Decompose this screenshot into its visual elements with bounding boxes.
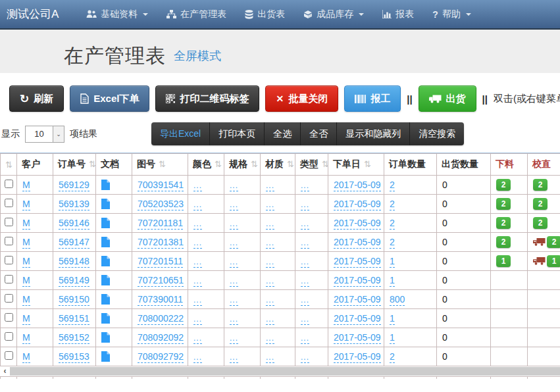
process-xialiao-cell[interactable]: 2 <box>491 195 528 214</box>
material-edit-link[interactable]: ... <box>266 200 274 210</box>
process-count-badge[interactable]: 2 <box>496 179 511 191</box>
type-edit-link[interactable]: ... <box>301 333 309 344</box>
order-qty-link[interactable]: 2 <box>390 199 395 210</box>
drawing-no-link[interactable]: 705203523 <box>138 199 184 210</box>
process-xialiao-cell[interactable]: 2 <box>491 176 528 195</box>
drawing-no-link[interactable]: 707201511 <box>138 256 183 268</box>
spec-edit-link[interactable]: ... <box>230 200 238 210</box>
nav-item-in-production[interactable]: 在产管理表 <box>157 9 236 20</box>
drawing-no-link[interactable]: 707390011 <box>138 294 183 306</box>
material-edit-link[interactable]: ... <box>266 181 274 191</box>
row-checkbox[interactable] <box>5 332 13 341</box>
spec-edit-link[interactable]: ... <box>230 295 238 306</box>
process-xialiao-cell[interactable] <box>491 309 528 328</box>
color-edit-link[interactable]: ... <box>193 200 202 210</box>
order-qty-link[interactable]: 800 <box>390 294 405 306</box>
drawing-no-link[interactable]: 708092792 <box>138 351 184 363</box>
order-date-link[interactable]: 2017-05-09 <box>334 332 381 344</box>
refresh-button[interactable]: ↻ 刷新 <box>9 86 64 112</box>
spec-edit-link[interactable]: ... <box>230 276 238 287</box>
drawing-no-link[interactable]: 700391541 <box>138 180 184 191</box>
print-page-button[interactable]: 打印本页 <box>210 122 265 145</box>
brand-company-name[interactable]: 测试公司A <box>7 7 59 22</box>
column-header-type[interactable]: 类型⇅ <box>295 154 328 176</box>
color-edit-link[interactable]: ... <box>193 257 202 268</box>
color-edit-link[interactable]: ... <box>193 314 202 325</box>
spec-edit-link[interactable]: ... <box>230 257 238 268</box>
process-count-badge[interactable]: 2 <box>496 236 511 248</box>
column-header-select[interactable]: ⇅ <box>1 154 17 176</box>
order-date-link[interactable]: 2017-05-09 <box>334 180 381 191</box>
drawing-no-link[interactable]: 708000222 <box>138 313 184 325</box>
process-jiaozhi-cell[interactable] <box>528 309 560 328</box>
order-no-link[interactable]: 569149 <box>59 275 89 287</box>
report-work-button[interactable]: 报工 <box>344 86 401 112</box>
order-qty-link[interactable]: 1 <box>390 332 395 344</box>
type-edit-link[interactable]: ... <box>301 181 309 191</box>
drawing-no-link[interactable]: 707210651 <box>138 275 184 287</box>
spec-edit-link[interactable]: ... <box>230 333 238 344</box>
order-qty-link[interactable]: 1 <box>390 275 395 287</box>
color-edit-link[interactable]: ... <box>193 333 202 344</box>
process-count-badge[interactable]: 1 <box>496 255 511 267</box>
document-file-icon[interactable] <box>101 256 110 266</box>
document-file-icon[interactable] <box>101 237 110 247</box>
order-no-link[interactable]: 569152 <box>59 332 89 344</box>
order-no-link[interactable]: 569148 <box>59 256 89 268</box>
row-checkbox[interactable] <box>5 275 13 283</box>
process-jiaozhi-cell[interactable]: 2 <box>528 195 560 214</box>
order-qty-link[interactable]: 1 <box>390 256 395 268</box>
export-excel-button[interactable]: 导出Excel <box>151 122 210 145</box>
customer-link[interactable]: M <box>22 199 30 210</box>
ship-button[interactable]: 出货 <box>419 86 476 112</box>
process-count-badge[interactable]: 2 <box>533 217 547 229</box>
type-edit-link[interactable]: ... <box>301 353 309 363</box>
material-edit-link[interactable]: ... <box>266 333 274 344</box>
scroll-left-arrow[interactable]: ‹ <box>0 366 10 376</box>
order-date-link[interactable]: 2017-05-09 <box>334 237 381 249</box>
type-edit-link[interactable]: ... <box>301 200 309 210</box>
order-date-link[interactable]: 2017-05-09 <box>334 351 381 363</box>
process-xialiao-cell[interactable]: 1 <box>491 252 528 271</box>
sort-icon[interactable]: ⇅ <box>5 160 13 170</box>
process-jiaozhi-cell[interactable] <box>528 328 560 347</box>
row-checkbox[interactable] <box>5 218 13 226</box>
spec-edit-link[interactable]: ... <box>230 314 238 325</box>
sort-icon[interactable]: ⇅ <box>159 159 166 169</box>
sort-icon[interactable]: ⇅ <box>251 159 258 169</box>
type-edit-link[interactable]: ... <box>301 295 309 306</box>
nav-item-finished-stock[interactable]: 成品库存 <box>294 9 373 20</box>
process-count-badge[interactable]: 2 <box>533 179 547 191</box>
column-header-spec[interactable]: 规格⇅ <box>224 154 261 176</box>
clear-search-button[interactable]: 清空搜索 <box>410 122 464 145</box>
process-xialiao-cell[interactable] <box>491 347 528 366</box>
customer-link[interactable]: M <box>22 332 30 344</box>
column-header-drawing-no[interactable]: 图号⇅ <box>132 154 188 176</box>
process-count-badge[interactable]: 2 <box>496 217 511 229</box>
process-jiaozhi-cell[interactable]: 1 <box>528 252 560 271</box>
order-qty-link[interactable]: 2 <box>390 237 395 249</box>
process-jiaozhi-cell[interactable]: 2 <box>528 214 560 233</box>
process-xialiao-cell[interactable]: 2 <box>491 214 528 233</box>
order-date-link[interactable]: 2017-05-09 <box>334 199 381 210</box>
row-checkbox[interactable] <box>5 351 13 360</box>
type-edit-link[interactable]: ... <box>301 238 309 249</box>
customer-link[interactable]: M <box>22 237 30 249</box>
order-qty-link[interactable]: 1 <box>390 313 395 325</box>
process-xialiao-cell[interactable] <box>491 328 528 347</box>
excel-order-button[interactable]: Excel下单 <box>70 86 149 112</box>
order-qty-link[interactable]: 2 <box>390 218 395 230</box>
order-date-link[interactable]: 2017-05-09 <box>334 294 381 306</box>
row-checkbox[interactable] <box>5 256 13 264</box>
sort-icon[interactable]: ⇅ <box>89 159 96 169</box>
process-jiaozhi-cell[interactable]: 2 <box>528 176 560 195</box>
customer-link[interactable]: M <box>22 275 30 287</box>
document-file-icon[interactable] <box>101 180 110 190</box>
document-file-icon[interactable] <box>101 275 110 285</box>
nav-item-help[interactable]: ? 帮助 <box>423 9 480 20</box>
row-checkbox[interactable] <box>5 294 13 303</box>
material-edit-link[interactable]: ... <box>266 257 274 268</box>
process-xialiao-cell[interactable] <box>491 271 528 290</box>
document-file-icon[interactable] <box>101 351 110 362</box>
fullscreen-mode-link[interactable]: 全屏模式 <box>174 48 221 64</box>
